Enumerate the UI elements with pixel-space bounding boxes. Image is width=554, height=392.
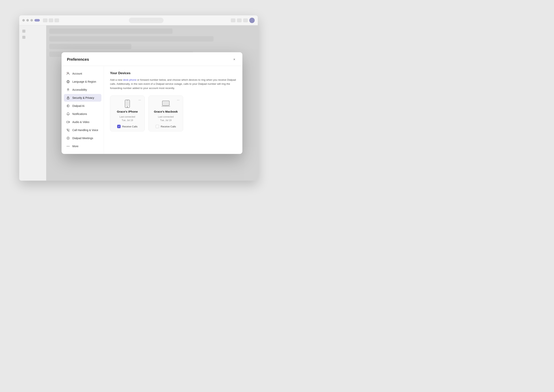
sidebar-item-main[interactable] bbox=[21, 28, 45, 34]
accessibility-icon bbox=[66, 88, 70, 92]
nav-item-call-handling[interactable]: Call Handling & Voice bbox=[64, 126, 101, 134]
lock-icon bbox=[66, 96, 70, 100]
nav-item-language[interactable]: Language & Region bbox=[64, 78, 101, 85]
ai-icon bbox=[66, 104, 70, 108]
modal-title: Preferences bbox=[67, 57, 89, 62]
app-window: Preferences × bbox=[19, 15, 258, 181]
nav-label-accessibility: Accessibility bbox=[72, 88, 87, 91]
main-content: Preferences × bbox=[46, 25, 258, 181]
device-menu-iphone[interactable]: ··· bbox=[137, 98, 142, 102]
section-title: Your Devices bbox=[110, 71, 236, 75]
nav-item-dialpad-ai[interactable]: Dialpad Ai bbox=[64, 102, 101, 110]
sidebar-item-contacts[interactable] bbox=[21, 35, 45, 40]
nav-item-account[interactable]: Account bbox=[64, 70, 101, 77]
receive-calls-row-macbook: Receive Calls bbox=[156, 125, 176, 128]
action-btn-2[interactable] bbox=[237, 18, 242, 22]
nav-item-audio-video[interactable]: Audio & Video bbox=[64, 118, 101, 126]
preferences-modal: Preferences × bbox=[62, 52, 242, 154]
device-menu-macbook[interactable]: ··· bbox=[176, 98, 181, 102]
nav-label-notifications: Notifications bbox=[72, 112, 87, 115]
modal-header: Preferences × bbox=[62, 52, 242, 66]
sidebar-icon-contacts bbox=[22, 36, 25, 39]
nav-item-more[interactable]: More bbox=[64, 142, 101, 150]
device-name-macbook: Grace's Macbook bbox=[154, 110, 178, 113]
forward-arrow[interactable] bbox=[49, 18, 53, 22]
device-name-iphone: Grace's iPhone bbox=[117, 110, 138, 113]
nav-item-dialpad-meetings[interactable]: Dialpad Meetings bbox=[64, 134, 101, 142]
nav-label-call-handling: Call Handling & Voice bbox=[72, 129, 98, 132]
nav-item-accessibility[interactable]: Accessibility bbox=[64, 86, 101, 94]
camera-icon bbox=[66, 120, 70, 124]
svg-point-1 bbox=[66, 72, 68, 74]
globe-icon bbox=[66, 80, 70, 84]
more-icon bbox=[66, 144, 70, 148]
svg-point-12 bbox=[69, 146, 69, 147]
desc-part1: Add a new bbox=[110, 78, 123, 81]
nav-label-account: Account bbox=[72, 72, 82, 75]
svg-point-3 bbox=[68, 88, 68, 89]
nav-label-dialpad-meetings: Dialpad Meetings bbox=[72, 137, 93, 140]
preferences-nav: Account bbox=[62, 66, 104, 154]
svg-rect-7 bbox=[67, 121, 69, 123]
nav-item-security[interactable]: Security & Privacy bbox=[64, 94, 101, 102]
search-bar bbox=[61, 18, 231, 23]
svg-point-10 bbox=[67, 146, 67, 147]
preferences-main-pane: Your Devices Add a new desk phone or for… bbox=[104, 66, 242, 154]
device-last-connected-macbook: Last connected Tue, Jul 19 bbox=[158, 115, 173, 122]
close-traffic-light[interactable] bbox=[22, 19, 25, 21]
phone-icon bbox=[66, 128, 70, 132]
receive-calls-label-macbook: Receive Calls bbox=[161, 125, 176, 128]
action-btn-3[interactable] bbox=[243, 18, 248, 22]
nav-label-audio-video: Audio & Video bbox=[72, 120, 89, 124]
modal-body: Account bbox=[62, 66, 242, 154]
title-bar bbox=[19, 15, 258, 25]
title-bar-right bbox=[231, 18, 255, 23]
desk-phone-link[interactable]: desk phone bbox=[123, 78, 137, 81]
refresh-arrow[interactable] bbox=[54, 18, 59, 22]
receive-calls-row-iphone: Receive Calls bbox=[117, 125, 137, 128]
svg-point-15 bbox=[127, 106, 128, 107]
active-indicator bbox=[35, 19, 40, 21]
nav-label-security: Security & Privacy bbox=[72, 96, 94, 99]
receive-calls-checkbox-macbook[interactable] bbox=[156, 125, 159, 128]
search-pill[interactable] bbox=[129, 18, 164, 23]
svg-rect-14 bbox=[126, 101, 129, 106]
device-card-macbook: ··· Grace' bbox=[149, 96, 183, 132]
receive-calls-label-iphone: Receive Calls bbox=[122, 125, 137, 128]
meetings-icon bbox=[66, 136, 70, 140]
bell-icon bbox=[66, 112, 70, 116]
back-arrow[interactable] bbox=[43, 18, 48, 22]
action-btn-1[interactable] bbox=[231, 18, 236, 22]
receive-calls-checkbox-iphone[interactable] bbox=[117, 125, 121, 128]
nav-arrows bbox=[43, 18, 59, 22]
app-sidebar bbox=[19, 25, 46, 181]
svg-point-11 bbox=[68, 146, 68, 147]
nav-label-dialpad-ai: Dialpad Ai bbox=[72, 104, 85, 107]
section-description: Add a new desk phone or forward number b… bbox=[110, 78, 236, 90]
nav-label-language: Language & Region bbox=[72, 80, 96, 83]
person-icon bbox=[66, 72, 70, 76]
device-card-iphone: ··· Grace' bbox=[110, 96, 145, 132]
nav-label-more: More bbox=[72, 145, 79, 148]
user-avatar[interactable] bbox=[249, 18, 255, 23]
modal-overlay: Preferences × bbox=[46, 25, 258, 181]
sidebar-icon-main bbox=[22, 30, 25, 33]
traffic-lights bbox=[22, 19, 40, 21]
svg-rect-16 bbox=[127, 100, 128, 101]
nav-item-notifications[interactable]: Notifications bbox=[64, 110, 101, 118]
svg-rect-19 bbox=[165, 106, 167, 106]
phone-device-icon bbox=[123, 99, 132, 108]
svg-point-9 bbox=[68, 138, 68, 139]
app-body: Preferences × bbox=[19, 25, 258, 181]
fullscreen-traffic-light[interactable] bbox=[30, 19, 33, 21]
minimize-traffic-light[interactable] bbox=[26, 19, 29, 21]
devices-grid: ··· Grace' bbox=[110, 96, 236, 132]
svg-point-5 bbox=[68, 98, 68, 98]
device-last-connected-iphone: Last connected Tue, Jul 19 bbox=[119, 115, 135, 122]
close-button[interactable]: × bbox=[232, 57, 237, 62]
laptop-device-icon bbox=[162, 99, 170, 108]
svg-rect-18 bbox=[163, 101, 169, 105]
